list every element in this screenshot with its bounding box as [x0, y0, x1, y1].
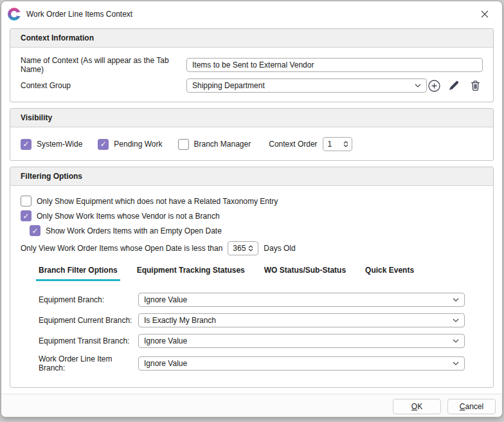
vendor-checkbox-box: [21, 210, 32, 221]
filtering-options-header: Filtering Options: [10, 167, 493, 186]
context-order-value: 1: [328, 140, 341, 149]
equipment-transit-branch-value: Ignore Value: [144, 336, 449, 345]
add-circle-icon: [428, 80, 440, 92]
empty-open-date-label: Show Work Orders Items with an Empty Ope…: [46, 226, 222, 235]
system-wide-checkbox-box: [21, 139, 32, 150]
app-logo-icon: [8, 8, 21, 21]
system-wide-label: System-Wide: [37, 140, 82, 149]
cancel-button-label: Cancel: [460, 402, 483, 411]
tab-quick-events[interactable]: Quick Events: [363, 266, 417, 281]
window-title: Work Order Line Items Context: [26, 10, 132, 19]
chevron-down-icon: [453, 318, 459, 322]
section-visibility: Visibility System-Wide Pending Work Bran…: [10, 108, 494, 161]
close-icon: [481, 10, 489, 18]
taxonomy-label: Only Show Equipment which does not have …: [37, 197, 278, 206]
equipment-current-branch-dropdown[interactable]: Is Exactly My Branch: [138, 313, 465, 327]
edit-context-group-button[interactable]: [446, 78, 462, 93]
context-order-label: Context Order: [269, 140, 317, 149]
tab-branch-filter-options[interactable]: Branch Filter Options: [36, 266, 120, 281]
context-group-label: Context Group: [21, 81, 186, 90]
equipment-branch-dropdown[interactable]: Ignore Value: [138, 293, 465, 307]
vendor-label: Only Show Work Items whose Vendor is not…: [37, 212, 220, 221]
trash-icon: [470, 80, 481, 91]
checkbox-pending-work[interactable]: Pending Work: [98, 139, 162, 150]
tab-wo-status-sub-status[interactable]: WO Status/Sub-Status: [262, 266, 348, 281]
chevron-down-icon: [453, 339, 459, 343]
equipment-current-branch-row: Equipment Current Branch: Is Exactly My …: [39, 313, 465, 327]
branch-filter-rows: Equipment Branch: Ignore Value Equipment…: [21, 290, 483, 372]
work-order-line-item-branch-label: Work Order Line Item Branch:: [39, 354, 138, 372]
visibility-header: Visibility: [10, 109, 493, 127]
open-date-suffix-label: Days Old: [264, 244, 295, 253]
checkbox-empty-open-date[interactable]: Show Work Orders Items with an Empty Ope…: [30, 225, 483, 236]
chevron-down-icon: [415, 84, 421, 87]
pending-work-label: Pending Work: [114, 140, 162, 149]
cancel-button[interactable]: Cancel: [447, 399, 496, 414]
branch-manager-label: Branch Manager: [194, 140, 251, 149]
context-group-value: Shipping Department: [192, 81, 411, 90]
checkbox-vendor-not-branch[interactable]: Only Show Work Items whose Vendor is not…: [21, 210, 483, 221]
days-old-value: 365: [233, 244, 246, 253]
context-group-dropdown[interactable]: Shipping Department: [186, 78, 427, 93]
equipment-branch-row: Equipment Branch: Ignore Value: [39, 293, 465, 307]
equipment-branch-label: Equipment Branch:: [39, 295, 138, 304]
dialog-footer: OK Cancel: [1, 394, 502, 417]
branch-manager-checkbox-box: [178, 139, 189, 150]
empty-open-date-checkbox-box: [30, 225, 40, 236]
checkbox-system-wide[interactable]: System-Wide: [21, 139, 82, 150]
context-order-spinner[interactable]: 1: [323, 137, 352, 151]
filter-tabbar: Branch Filter Options Equipment Tracking…: [36, 266, 483, 281]
equipment-branch-value: Ignore Value: [144, 295, 449, 304]
pending-work-checkbox-box: [98, 139, 109, 150]
equipment-transit-branch-row: Equipment Transit Branch: Ignore Value: [39, 334, 465, 348]
work-order-line-item-branch-row: Work Order Line Item Branch: Ignore Valu…: [39, 354, 465, 372]
chevron-down-icon: [453, 362, 459, 365]
open-date-prefix-label: Only View Work Order Items whose Open Da…: [21, 244, 222, 253]
name-of-context-input[interactable]: [186, 58, 483, 72]
close-button[interactable]: [474, 5, 496, 24]
days-old-spinner[interactable]: 365: [228, 241, 258, 255]
dialog-content: Context Information Name of Context (As …: [1, 27, 502, 394]
dialog-window: Work Order Line Items Context Context In…: [1, 1, 503, 417]
delete-context-group-button[interactable]: [467, 78, 483, 93]
spinner-arrows-icon: [343, 141, 348, 147]
spinner-arrows-icon: [248, 245, 253, 252]
chevron-down-icon: [453, 298, 459, 302]
equipment-current-branch-value: Is Exactly My Branch: [144, 316, 449, 325]
name-of-context-label: Name of Context (As will appear as the T…: [21, 56, 186, 74]
add-context-group-button[interactable]: [427, 78, 442, 93]
equipment-current-branch-label: Equipment Current Branch:: [39, 316, 138, 325]
work-order-line-item-branch-value: Ignore Value: [144, 359, 449, 368]
tab-equipment-tracking-statuses[interactable]: Equipment Tracking Statuses: [134, 266, 248, 281]
title-bar: Work Order Line Items Context: [1, 1, 502, 27]
equipment-transit-branch-dropdown[interactable]: Ignore Value: [138, 334, 465, 348]
ok-button-label: OK: [411, 402, 422, 411]
pencil-icon: [448, 80, 460, 91]
section-filtering-options: Filtering Options Only Show Equipment wh…: [10, 167, 494, 388]
taxonomy-checkbox-box: [21, 196, 32, 206]
section-context-information: Context Information Name of Context (As …: [10, 28, 494, 102]
checkbox-branch-manager[interactable]: Branch Manager: [178, 139, 251, 150]
work-order-line-item-branch-dropdown[interactable]: Ignore Value: [138, 356, 465, 371]
equipment-transit-branch-label: Equipment Transit Branch:: [39, 336, 138, 345]
checkbox-taxonomy-entry[interactable]: Only Show Equipment which does not have …: [21, 196, 483, 206]
ok-button[interactable]: OK: [393, 399, 441, 414]
context-information-header: Context Information: [10, 29, 493, 48]
